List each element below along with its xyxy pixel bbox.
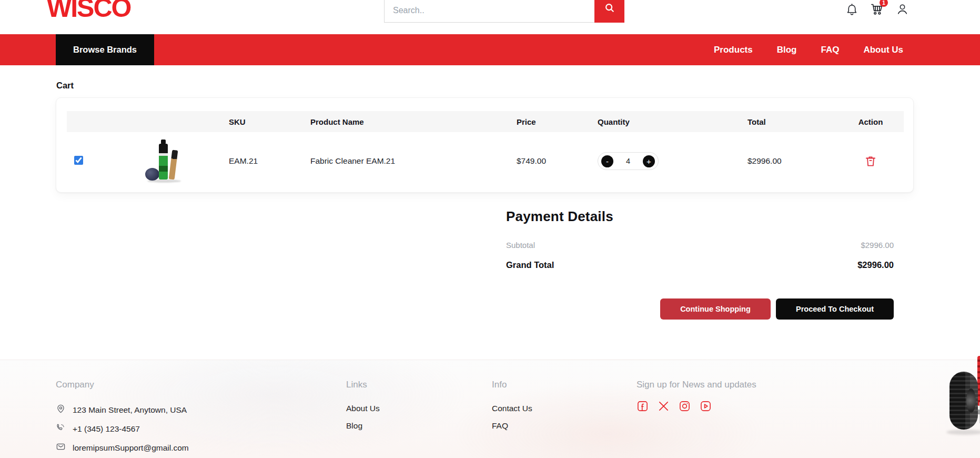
- nav-links: Products Blog FAQ About Us: [714, 45, 903, 55]
- phone-icon: [56, 423, 66, 435]
- column-header-sku: SKU: [229, 117, 310, 126]
- notification-bell-icon[interactable]: [844, 2, 859, 16]
- subtotal-value: $2996.00: [861, 241, 894, 250]
- footer-link-contact-us[interactable]: Contact Us: [492, 404, 532, 413]
- nav-link-about-us[interactable]: About Us: [863, 45, 903, 55]
- payment-details-title: Payment Details: [506, 208, 894, 225]
- continue-shopping-button[interactable]: Continue Shopping: [660, 298, 771, 320]
- main-navbar: Browse Brands Products Blog FAQ About Us: [0, 34, 980, 65]
- search-input[interactable]: [384, 0, 594, 23]
- delete-item-button[interactable]: [864, 154, 877, 168]
- item-price: $749.00: [517, 156, 598, 166]
- item-select-checkbox[interactable]: [74, 156, 83, 165]
- footer-link-about-us[interactable]: About Us: [346, 404, 380, 413]
- youtube-icon[interactable]: [700, 400, 712, 412]
- nav-link-blog[interactable]: Blog: [777, 45, 797, 55]
- column-header-total: Total: [747, 117, 837, 126]
- nav-link-faq[interactable]: FAQ: [821, 45, 840, 55]
- nav-link-products[interactable]: Products: [714, 45, 753, 55]
- footer-info-column: Info Contact Us FAQ: [492, 360, 532, 431]
- column-header-action: Action: [837, 117, 904, 126]
- item-name: Fabric Cleaner EAM.21: [310, 156, 517, 166]
- column-header-name: Product Name: [310, 117, 517, 126]
- header-icons: 1: [844, 2, 910, 16]
- search-button[interactable]: [594, 0, 624, 23]
- footer-info-title: Info: [492, 380, 532, 390]
- grand-total-label: Grand Total: [506, 260, 554, 270]
- footer-links-column: Links About Us Blog: [346, 360, 380, 431]
- tire-image: [939, 352, 980, 458]
- product-image: [143, 138, 184, 184]
- footer-link-blog[interactable]: Blog: [346, 421, 380, 431]
- checkout-actions: Continue Shopping Proceed To Checkout: [660, 298, 894, 320]
- cart-page: WISCO: [0, 0, 980, 458]
- user-account-icon[interactable]: [895, 2, 910, 16]
- item-sku: EAM.21: [229, 156, 310, 166]
- payment-details-section: Payment Details Subtotal $2996.00 Grand …: [506, 208, 894, 270]
- subtotal-label: Subtotal: [506, 241, 535, 250]
- x-twitter-icon[interactable]: [658, 400, 670, 412]
- quantity-increase-button[interactable]: +: [643, 155, 655, 167]
- proceed-to-checkout-button[interactable]: Proceed To Checkout: [776, 298, 894, 320]
- cart-table-card: SKU Product Name Price Quantity Total Ac…: [56, 97, 914, 193]
- cart-icon[interactable]: 1: [870, 2, 884, 16]
- mail-icon: [56, 442, 66, 454]
- top-header: WISCO: [0, 0, 980, 34]
- search-icon: [604, 2, 615, 15]
- quantity-value: 4: [626, 157, 630, 165]
- footer-signup-title: Sign up for News and updates: [637, 380, 756, 390]
- footer-email[interactable]: loremipsumSupport@gmail.com: [56, 442, 189, 454]
- social-icons: [637, 400, 756, 412]
- location-pin-icon: [56, 404, 66, 416]
- item-total: $2996.00: [747, 156, 837, 166]
- quantity-decrease-button[interactable]: -: [601, 155, 613, 167]
- facebook-icon[interactable]: [637, 400, 649, 412]
- footer-company-title: Company: [56, 380, 189, 390]
- footer-phone[interactable]: +1 (345) 123-4567: [56, 423, 189, 435]
- footer-links-title: Links: [346, 380, 380, 390]
- footer: Company 123 Main Street, Anytown, USA: [0, 360, 980, 458]
- trash-icon: [864, 154, 877, 168]
- cart-item-row: EAM.21 Fabric Cleaner EAM.21 $749.00 - 4…: [67, 132, 904, 190]
- column-header-price: Price: [517, 117, 598, 126]
- cart-table-header: SKU Product Name Price Quantity Total Ac…: [67, 111, 904, 132]
- footer-signup-column: Sign up for News and updates: [637, 360, 756, 412]
- footer-address: 123 Main Street, Anytown, USA: [56, 404, 189, 416]
- instagram-icon[interactable]: [679, 400, 691, 412]
- brand-logo[interactable]: WISCO: [47, 0, 130, 23]
- footer-link-faq[interactable]: FAQ: [492, 421, 532, 431]
- quantity-stepper: - 4 +: [598, 152, 659, 170]
- search-bar: [384, 0, 624, 23]
- column-header-quantity: Quantity: [598, 117, 747, 126]
- page-title: Cart: [56, 81, 74, 91]
- footer-company-column: Company 123 Main Street, Anytown, USA: [56, 360, 189, 454]
- grand-total-value: $2996.00: [857, 260, 894, 270]
- cart-count-badge: 1: [880, 0, 888, 7]
- browse-brands-button[interactable]: Browse Brands: [56, 34, 154, 65]
